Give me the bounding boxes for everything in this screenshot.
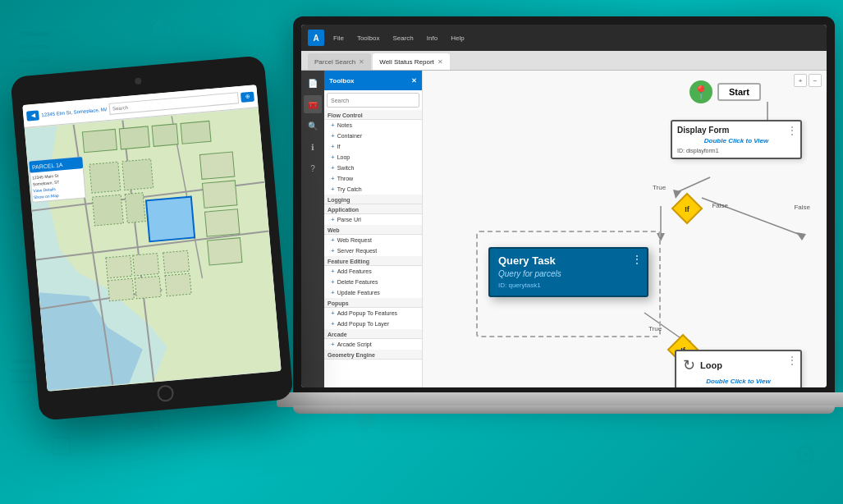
svg-rect-11 <box>152 124 178 147</box>
sidebar-item-web-request[interactable]: Web Request <box>324 235 422 245</box>
sidebar-item-try-catch[interactable]: Try Catch <box>324 184 422 195</box>
map-url-text: 12345 Elm St, Someplace, MA 00000 <box>41 107 107 117</box>
strip-icon-file[interactable]: 📄 <box>304 74 322 92</box>
tab-close-parcel[interactable]: ✕ <box>359 58 364 66</box>
sidebar-item-parse-url[interactable]: Parse Url <box>324 214 422 225</box>
sidebar-close-icon[interactable]: ✕ <box>411 77 417 85</box>
nav-help-btn[interactable]: Help <box>447 33 468 44</box>
loop-title: Loop <box>700 360 722 370</box>
svg-rect-13 <box>199 152 234 179</box>
query-task-id: ID: querytask1 <box>490 279 647 296</box>
loop-cycle-icon: ↻ <box>683 356 695 374</box>
start-label: Start <box>729 87 749 97</box>
app-header: A File Toolbox Search Info Help <box>301 25 827 51</box>
map-svg: PARCEL 1A 12345 Main St Sometown, ST Vie… <box>25 108 282 392</box>
canvas-area[interactable]: + − <box>423 71 827 387</box>
nav-file-btn[interactable]: File <box>329 33 348 44</box>
svg-rect-25 <box>108 278 134 301</box>
map-search-input[interactable] <box>108 92 239 115</box>
node-query-task[interactable]: ⋮ Query Task Query for parcels ID: query… <box>488 247 648 297</box>
svg-rect-12 <box>181 121 211 144</box>
map-zoom-btn[interactable]: ⊕ <box>241 91 254 102</box>
sidebar-item-switch[interactable]: Switch <box>324 163 422 173</box>
section-web: Web <box>324 225 422 235</box>
tablet-screen: ◀ 12345 Elm St, Someplace, MA 00000 ⊕ <box>22 85 281 392</box>
map-toolbar-back-btn[interactable]: ◀ <box>26 110 39 121</box>
display-form-menu-icon[interactable]: ⋮ <box>787 125 797 136</box>
nav-info-btn[interactable]: Info <box>423 33 442 44</box>
svg-rect-23 <box>133 253 159 276</box>
svg-line-37 <box>677 177 710 192</box>
sidebar-item-add-features[interactable]: Add Features <box>324 266 422 277</box>
sidebar-item-update-features[interactable]: Update Features <box>324 287 422 298</box>
start-node-box[interactable]: Start <box>717 83 761 101</box>
icon-strip: 📄 🧰 🔍 ℹ ? <box>301 71 324 387</box>
svg-rect-19 <box>122 159 153 190</box>
false-label-right: False <box>794 204 810 211</box>
map-container: ◀ 12345 Elm St, Someplace, MA 00000 ⊕ <box>22 85 281 392</box>
svg-rect-15 <box>204 209 239 236</box>
laptop-base-bottom <box>293 405 835 414</box>
tab-close-well[interactable]: ✕ <box>438 58 443 66</box>
section-application: Application <box>324 204 422 214</box>
svg-rect-16 <box>208 238 242 265</box>
loop-subtitle: Double Click to View <box>676 376 800 387</box>
nav-toolbox-btn[interactable]: Toolbox <box>353 33 384 44</box>
sidebar-search-input[interactable] <box>327 93 419 108</box>
tabs-bar: Parcel Search ✕ Well Status Report ✕ <box>301 51 827 71</box>
sidebar-item-arcade-script[interactable]: Arcade Script <box>324 339 422 350</box>
sidebar-item-throw[interactable]: Throw <box>324 173 422 184</box>
sidebar-header: Toolbox ✕ <box>324 71 422 90</box>
sidebar-item-add-popup-features[interactable]: Add Popup To Features <box>324 308 422 318</box>
sidebar-item-container[interactable]: Container <box>324 131 422 141</box>
svg-marker-40 <box>657 233 665 241</box>
node-display-form[interactable]: ⋮ Display Form Double Click to View ID: … <box>671 120 802 159</box>
canvas-toolbar: + − <box>794 74 822 87</box>
query-task-description: Query for parcels <box>490 268 647 279</box>
svg-rect-21 <box>125 193 145 223</box>
start-location-icon: 📍 <box>690 80 712 103</box>
sidebar-item-add-popup-layer[interactable]: Add Popup To Layer <box>324 318 422 329</box>
section-flow-control: Flow Control <box>324 110 422 120</box>
strip-icon-toolbox[interactable]: 🧰 <box>304 95 322 113</box>
svg-rect-26 <box>135 276 161 299</box>
app-logo: A <box>308 30 324 46</box>
display-form-subtitle: Double Click to View <box>672 135 800 146</box>
section-logging: Logging <box>324 195 422 204</box>
strip-icon-search[interactable]: 🔍 <box>304 117 322 135</box>
node-if1[interactable]: If True False <box>671 192 703 228</box>
nav-search-btn[interactable]: Search <box>388 33 417 44</box>
sidebar-item-if[interactable]: If <box>324 141 422 152</box>
query-task-menu-icon[interactable]: ⋮ <box>632 254 642 265</box>
svg-rect-27 <box>165 273 191 296</box>
sidebar-item-notes[interactable]: Notes <box>324 120 422 131</box>
tablet-camera <box>135 77 142 85</box>
laptop-screen: A File Toolbox Search Info Help Parcel S… <box>301 25 827 387</box>
zoom-out-btn[interactable]: − <box>809 74 822 87</box>
laptop-screen-frame: A File Toolbox Search Info Help Parcel S… <box>293 16 835 394</box>
svg-rect-20 <box>92 195 123 226</box>
if1-false-label: False <box>712 202 728 209</box>
main-area: 📄 🧰 🔍 ℹ ? Toolbox ✕ <box>301 71 827 387</box>
section-geometry-engine: Geometry Engine <box>324 350 422 360</box>
tab-parcel-search[interactable]: Parcel Search ✕ <box>308 53 371 70</box>
tab-well-status-report[interactable]: Well Status Report ✕ <box>373 53 450 70</box>
sidebar-item-delete-features[interactable]: Delete Features <box>324 277 422 287</box>
sidebar-item-server-request[interactable]: Server Request <box>324 245 422 256</box>
sidebar-item-loop[interactable]: Loop <box>324 152 422 163</box>
svg-rect-18 <box>89 162 121 193</box>
node-loop[interactable]: ⋮ ↻ Loop Double Click to View <box>675 350 802 387</box>
zoom-in-btn[interactable]: + <box>794 74 807 87</box>
node-start[interactable]: 📍 Start <box>690 80 761 103</box>
svg-rect-10 <box>119 126 149 149</box>
strip-icon-info[interactable]: ℹ <box>304 138 322 156</box>
toolbox-sidebar: Toolbox ✕ Flow Control Notes Container I… <box>324 71 423 387</box>
tablet-device: ◀ 12345 Elm St, Someplace, MA 00000 ⊕ <box>10 55 293 420</box>
tablet-home-button[interactable] <box>157 384 175 402</box>
display-form-id: ID: displayform1 <box>672 146 800 158</box>
section-popups: Popups <box>324 298 422 308</box>
strip-icon-help[interactable]: ? <box>304 159 322 177</box>
loop-menu-icon[interactable]: ⋮ <box>787 355 797 366</box>
if2-true-label: True <box>648 325 662 332</box>
svg-rect-14 <box>202 181 236 208</box>
